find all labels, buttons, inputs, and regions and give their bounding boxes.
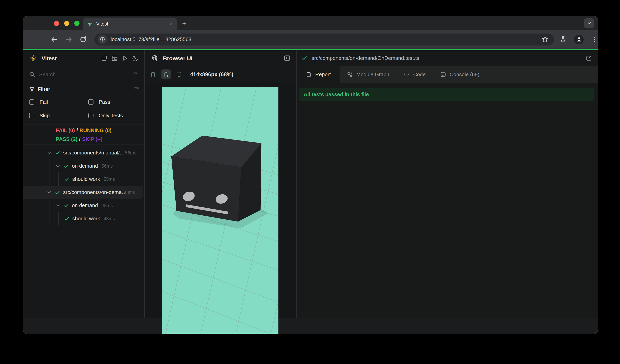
- device-tablet-button[interactable]: [175, 70, 183, 79]
- pass-check-icon: [55, 150, 60, 156]
- report-tabbar: ReportModule GraphCodeConsole (69): [297, 66, 598, 83]
- forward-button[interactable]: [65, 36, 72, 43]
- viewport-toolbar: 414x896px (68%): [145, 66, 296, 83]
- tab-report[interactable]: Report: [297, 66, 340, 83]
- open-in-editor-icon[interactable]: [586, 55, 592, 61]
- filter-header: Filter: [23, 83, 144, 95]
- new-tab-button[interactable]: +: [179, 19, 189, 28]
- checkbox-icon[interactable]: [88, 99, 93, 104]
- close-window-button[interactable]: [54, 21, 59, 26]
- site-info-icon[interactable]: [98, 35, 107, 44]
- tab-console-69[interactable]: Console (69): [433, 66, 487, 83]
- tab-label: Report: [315, 72, 331, 77]
- tree-row-duration: 43ms: [124, 190, 135, 195]
- sidebar-header: Vitest: [23, 50, 144, 66]
- chevron-down-icon[interactable]: [55, 163, 61, 169]
- viewport-size-label[interactable]: 414x896px (68%): [190, 72, 233, 77]
- toolbar-actions: [560, 34, 598, 44]
- code-icon: [404, 72, 410, 77]
- tested-page-canvas[interactable]: [162, 87, 279, 334]
- filter-option-pass[interactable]: Pass: [88, 97, 144, 107]
- url-text[interactable]: localhost:5173/#/?file=1828625563: [111, 36, 542, 42]
- pass-check-icon: [64, 216, 70, 221]
- search-bar: [23, 66, 144, 83]
- indent-guide: [58, 173, 59, 186]
- report-file-path: src/components/on-demand/OnDemand.test.t…: [311, 55, 586, 61]
- tab-label: Module Graph: [356, 72, 389, 77]
- tree-row-duration: 56ms: [101, 163, 113, 168]
- pass-check-icon: [55, 189, 60, 195]
- tree-row-suite[interactable]: on demand43ms: [23, 199, 144, 212]
- pass-check-icon: [63, 203, 69, 208]
- skip-count: SKIP (--): [82, 136, 102, 142]
- checkbox-icon[interactable]: [29, 99, 34, 104]
- report-file-header: src/components/on-demand/OnDemand.test.t…: [297, 50, 598, 66]
- tree-row-duration: 55ms: [104, 177, 115, 181]
- chevron-down-icon: [586, 20, 592, 26]
- tree-row-label: src/components/manual/…: [63, 150, 125, 156]
- chevron-down-icon[interactable]: [46, 150, 52, 156]
- tab-search-button[interactable]: [584, 18, 594, 28]
- tree-row-label: should work: [72, 176, 100, 182]
- menu-dots-icon[interactable]: [591, 36, 598, 43]
- filter-option-skip[interactable]: Skip: [29, 111, 88, 120]
- run-summary: FAIL (0)/RUNNING (0) PASS (2)/SKIP (--): [23, 125, 144, 145]
- reload-button[interactable]: [79, 36, 87, 43]
- report-content: All tests passed in this file: [297, 83, 598, 318]
- tree-row-file[interactable]: src/components/manual/…56ms: [23, 146, 144, 159]
- device-phone-small-button[interactable]: [149, 70, 157, 79]
- vitest-ui: Vitest Filter: [23, 50, 598, 318]
- url-bar[interactable]: localhost:5173/#/?file=1828625563: [94, 33, 554, 45]
- dark-mode-moon-icon[interactable]: [132, 55, 139, 61]
- tab-code[interactable]: Code: [397, 66, 433, 83]
- experiments-flask-icon[interactable]: [560, 36, 566, 43]
- report-panel: src/components/on-demand/OnDemand.test.t…: [297, 50, 598, 318]
- bookmark-star-icon[interactable]: [542, 36, 548, 43]
- banner-text: All tests passed in this file: [304, 91, 369, 97]
- fail-count: FAIL (0): [56, 127, 75, 133]
- tree-row-duration: 43ms: [104, 216, 115, 221]
- clear-filters-icon[interactable]: [133, 87, 139, 92]
- tab-module-graph[interactable]: Module Graph: [340, 66, 397, 83]
- chevron-down-icon[interactable]: [55, 203, 61, 208]
- dashboard-report-icon[interactable]: [111, 55, 118, 61]
- filter-option-label: Pass: [99, 99, 110, 105]
- tree-row-test[interactable]: should work43ms: [23, 212, 144, 225]
- maximize-window-button[interactable]: [74, 21, 79, 26]
- profile-avatar[interactable]: [574, 34, 584, 44]
- browser-tab-vitest[interactable]: Vitest ×: [83, 17, 177, 30]
- search-input[interactable]: [38, 71, 133, 78]
- vitest-favicon-icon: [87, 21, 93, 27]
- tree-row-label: on demand: [72, 163, 98, 169]
- sidebar: Vitest Filter: [23, 50, 144, 318]
- tree-row-test[interactable]: should work55ms: [23, 173, 144, 186]
- filter-funnel-icon: [29, 87, 35, 92]
- clear-search-filter-icon[interactable]: [133, 72, 139, 77]
- filter-option-fail[interactable]: Fail: [29, 97, 88, 107]
- indent-guide: [49, 159, 50, 173]
- browser-window: Vitest × + localhost:5173/#/?file=182862…: [23, 16, 598, 334]
- pass-count: PASS (2): [56, 136, 78, 142]
- checkbox-icon[interactable]: [29, 113, 34, 118]
- indent-guide: [58, 212, 59, 225]
- search-icon: [29, 72, 35, 77]
- robot-cube: [171, 136, 268, 228]
- expand-panel-icon[interactable]: [284, 55, 290, 61]
- filter-option-label: Only Tests: [99, 113, 123, 118]
- close-tab-icon[interactable]: ×: [168, 21, 173, 27]
- tab-label: Console (69): [450, 72, 479, 77]
- tree-row-file[interactable]: src/components/on-dema…43ms: [23, 186, 143, 199]
- device-phone-plus-button[interactable]: [161, 70, 171, 79]
- minimize-window-button[interactable]: [64, 21, 69, 26]
- checkbox-icon[interactable]: [88, 113, 93, 118]
- browser-ui-panel: Browser UI 414x896px (68%): [145, 50, 296, 318]
- filter-option-only-tests[interactable]: Only Tests: [88, 111, 144, 120]
- tree-row-label: should work: [72, 216, 100, 221]
- chevron-down-icon[interactable]: [46, 189, 52, 195]
- summary-line-2: PASS (2)/SKIP (--): [56, 135, 111, 144]
- collapse-panels-icon[interactable]: [101, 55, 108, 61]
- run-all-tests-icon[interactable]: [122, 55, 128, 61]
- tree-row-suite[interactable]: on demand56ms: [23, 159, 144, 173]
- back-button[interactable]: [51, 36, 58, 43]
- sidebar-actions: [101, 55, 139, 61]
